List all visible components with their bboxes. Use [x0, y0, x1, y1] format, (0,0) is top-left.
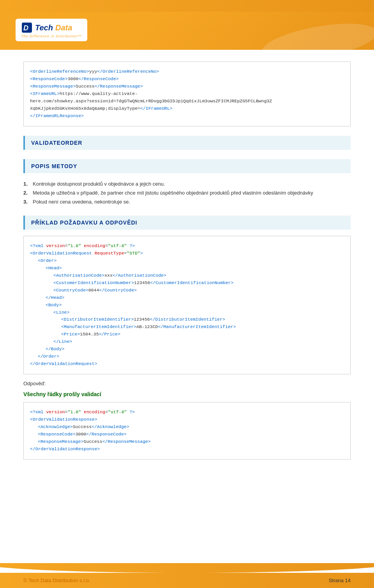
- popis-metody-header: POPIS METODY: [23, 159, 351, 173]
- list-text: Kontroluje dostupnost produktů v objedná…: [33, 181, 165, 187]
- code-line: <ResponseMessage>Success</ResponseMessag…: [30, 83, 344, 90]
- code-line: </IFrameURLResponse>: [30, 112, 344, 120]
- logo-top: D Tech Data: [21, 22, 72, 33]
- code-line: </Line>: [30, 338, 344, 346]
- techdata-logo-icon: D: [21, 22, 33, 33]
- list-text: Metoda je užitečná v případě, že partner…: [33, 190, 313, 196]
- code-line: <?xml version="1.0" encoding="utf-8" ?>: [30, 409, 344, 416]
- logo-tech-text: Tech: [35, 23, 53, 32]
- logo-tagline: The Difference in Distribution™: [21, 34, 82, 38]
- footer-page: Strana 14: [329, 577, 351, 583]
- code-line: <ResponseCode>3000</ResponseCode>: [30, 431, 344, 438]
- code-line: <IFrameURL>https://www.quality-activate-: [30, 90, 344, 98]
- copyright-symbol: ©: [23, 577, 27, 583]
- code-line: <ManufacturerItemIdentifier>AB-123CD</Ma…: [30, 323, 344, 331]
- main-content: <OrderlineReferenceNo>yyy</OrderlineRefe…: [0, 50, 374, 481]
- popis-list: 1. Kontroluje dostupnost produktů v obje…: [23, 179, 351, 206]
- logo-container: D Tech Data The Difference in Distributi…: [16, 19, 358, 41]
- code-line: <Head>: [30, 265, 344, 272]
- success-text: Všechny řádky prošly validací: [23, 391, 351, 397]
- code-line: here.com/showkey.aspx?sessionid=7dgGTwQN…: [30, 98, 344, 105]
- code-line: <Price>1504.35</Price>: [30, 331, 344, 338]
- list-item: 2. Metoda je užitečná v případě, že part…: [23, 188, 351, 197]
- code-line: </Order>: [30, 353, 344, 360]
- footer-bar: © Tech Data Distribution s.r.o. Strana 1…: [0, 573, 374, 588]
- code-line: <Acknowledge>Success</Acknowledge>: [30, 423, 344, 431]
- list-num: 1.: [23, 181, 30, 187]
- code-line: <Line>: [30, 309, 344, 316]
- code-line: </Head>: [30, 294, 344, 302]
- logo-data-text: Data: [55, 23, 72, 32]
- response-label: Odpověď:: [23, 381, 351, 386]
- footer-wave: [0, 563, 374, 573]
- code-line: XqbKJjpkedSGKvXHoG5x8daQ&amp;displayType…: [30, 105, 344, 112]
- code-line: <?xml version="1.0" encoding="utf-8" ?>: [30, 242, 344, 250]
- footer-copyright: © Tech Data Distribution s.r.o.: [23, 577, 90, 583]
- list-text: Pokud není cena uvedena, nekontroluje se…: [33, 199, 130, 205]
- code-line: <ResponseMessage>Success</ResponseMessag…: [30, 438, 344, 446]
- code-line: </OrderValidationResponse>: [30, 446, 344, 453]
- code-line: <OrderValidationResponse>: [30, 416, 344, 423]
- code-line: <OrderValidationRequest RequestType="STD…: [30, 250, 344, 257]
- header: D Tech Data The Difference in Distributi…: [0, 12, 374, 50]
- list-num: 3.: [23, 199, 30, 205]
- code-line: <DistributorItemIdentifier>123456</Distr…: [30, 316, 344, 323]
- header-wave-top: [0, 0, 374, 12]
- code-line: <Body>: [30, 302, 344, 309]
- validateorder-section-header: VALIDATEORDER: [23, 136, 351, 150]
- code-line: <OrderlineReferenceNo>yyy</OrderlineRefe…: [30, 68, 344, 75]
- code-line: <CountryCode>0044</CountryCode>: [30, 287, 344, 294]
- code-line: <AuthorisationCode>xxx</AuthorisationCod…: [30, 272, 344, 279]
- code-line: <Order>: [30, 257, 344, 265]
- footer-company: Tech Data Distribution s.r.o.: [28, 577, 90, 583]
- code-line: <ResponseCode>3000</ResponseCode>: [30, 75, 344, 83]
- list-num: 2.: [23, 190, 30, 196]
- response-xml-block: <?xml version="1.0" encoding="utf-8" ?> …: [23, 402, 351, 460]
- priklad-section-header: PŘÍKLAD POŽADAVKU A ODPOVĚDI: [23, 216, 351, 230]
- code-line: </OrderValidationRequest>: [30, 360, 344, 368]
- code-line: <CustomerIdentificationNumber>123456</Cu…: [30, 279, 344, 287]
- code-line: </Body>: [30, 346, 344, 353]
- logo-box: D Tech Data The Difference in Distributi…: [16, 19, 87, 41]
- code-block-previous-response: <OrderlineReferenceNo>yyy</OrderlineRefe…: [23, 61, 351, 126]
- footer: © Tech Data Distribution s.r.o. Strana 1…: [0, 563, 374, 588]
- svg-text:D: D: [23, 24, 28, 32]
- list-item: 3. Pokud není cena uvedena, nekontroluje…: [23, 197, 351, 206]
- request-xml-block: <?xml version="1.0" encoding="utf-8" ?> …: [23, 236, 351, 374]
- list-item: 1. Kontroluje dostupnost produktů v obje…: [23, 179, 351, 188]
